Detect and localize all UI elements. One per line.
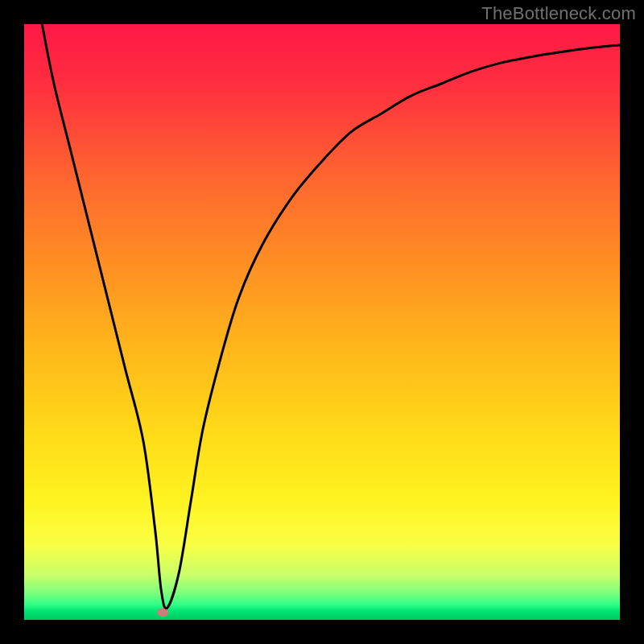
optimum-marker: [157, 609, 168, 617]
chart-curve: [24, 24, 620, 620]
chart-frame: [24, 24, 620, 620]
attribution-text: TheBottleneck.com: [481, 3, 636, 24]
